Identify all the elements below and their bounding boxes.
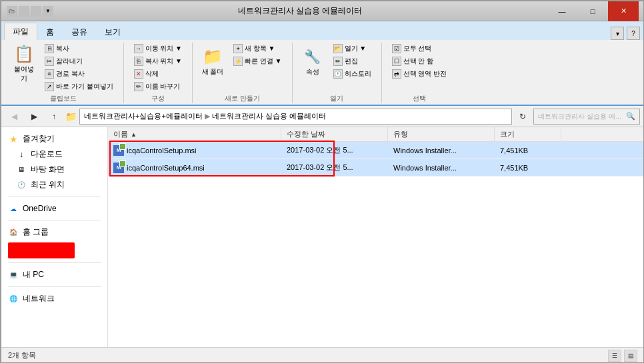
close-button[interactable]: ✕ <box>608 1 639 21</box>
view-toggle: ☰ ▤ <box>608 350 637 362</box>
msi-icon: M <box>113 145 124 156</box>
help-button[interactable]: ? <box>627 27 640 40</box>
sidebar: ★ 즐겨찾기 ↓ 다운로드 🖥 바탕 화면 🕐 최근 위치 ☁ OneDrive <box>1 127 108 356</box>
homegroup-icon: 🏠 <box>8 227 19 238</box>
sidebar-divider-1 <box>8 196 101 197</box>
paste-button[interactable]: 📋 붙여넣기 <box>9 43 39 85</box>
new-item-icon: + <box>233 44 243 53</box>
forward-button[interactable]: ▶ <box>25 109 43 125</box>
desktop-icon: 🖥 <box>16 165 27 175</box>
sidebar-item-favorites[interactable]: ★ 즐겨찾기 <box>1 131 107 147</box>
download-icon: ↓ <box>16 149 27 160</box>
rename-button[interactable]: ✏ 이름 바꾸기 <box>131 81 185 93</box>
move-icon: → <box>134 44 143 53</box>
copy-button[interactable]: ⎘ 복사 <box>41 43 117 55</box>
move-button[interactable]: → 이동 위치 ▼ <box>131 43 185 55</box>
ribbon-content: 📋 붙여넣기 ⎘ 복사 ✂ 잘라내기 ≡ 경로 복사 <box>1 40 644 106</box>
delete-icon: ✕ <box>134 69 143 79</box>
details-view-button[interactable]: ▤ <box>624 350 637 362</box>
organize-label: 구성 <box>129 93 187 103</box>
scissors-icon: ✂ <box>45 57 54 66</box>
window-title: 네트워크관리사 실습용 에뮬레이터 <box>53 5 547 17</box>
file-row[interactable]: M icqaControlSetup64.msi 2017-03-02 오전 5… <box>108 159 644 177</box>
edit-button[interactable]: ✏ 편집 <box>330 55 375 67</box>
new-item-button[interactable]: + 새 항목 ▼ <box>230 43 285 55</box>
sidebar-divider-2 <box>8 220 101 220</box>
sidebar-item-desktop[interactable]: 🖥 바탕 화면 <box>1 162 107 177</box>
history-icon: 🕐 <box>333 69 343 79</box>
sidebar-item-network[interactable]: 🌐 네트워크 <box>1 291 107 306</box>
open-button[interactable]: 📂 열기 ▼ <box>330 43 375 55</box>
invert-icon: ⇄ <box>392 69 401 79</box>
minimize-button[interactable]: — <box>547 1 577 21</box>
select-none-button[interactable]: ☐ 선택 안 함 <box>389 55 451 67</box>
copy-icon: ⎘ <box>45 44 54 53</box>
copy-to-button[interactable]: ⎘ 복사 위치 ▼ <box>131 55 185 67</box>
maximize-button[interactable]: □ <box>577 1 608 21</box>
paste-shortcut-button[interactable]: ↗ 바로 가기 붙여넣기 <box>41 81 117 93</box>
history-button[interactable]: 🕐 히스토리 <box>330 68 375 80</box>
new-folder-icon: 📁 <box>203 47 222 66</box>
col-header-date[interactable]: 수정한 날짜 <box>281 127 388 141</box>
select-group: ☑ 모두 선택 ☐ 선택 안 함 ⇄ 선택 영역 반전 선택 <box>382 43 457 103</box>
open-icon: 📂 <box>333 44 343 53</box>
recent-icon: 🕐 <box>16 180 27 190</box>
file-size-cell: 7,451KB <box>495 159 561 176</box>
sidebar-item-homegroup[interactable]: 🏠 홈 그룹 <box>1 224 107 240</box>
sidebar-item-mypc[interactable]: 💻 내 PC <box>1 267 107 282</box>
search-icon: 🔍 <box>626 112 635 121</box>
file-row[interactable]: M icqaControlSetup.msi 2017-03-02 오전 5..… <box>108 142 644 159</box>
title-bar: 🗁 ▼ 네트워크관리사 실습용 에뮬레이터 — □ ✕ <box>1 1 644 21</box>
col-header-size[interactable]: 크기 <box>495 127 561 141</box>
sidebar-item-downloads[interactable]: ↓ 다운로드 <box>1 147 107 162</box>
delete-button[interactable]: ✕ 삭제 <box>131 68 185 80</box>
sidebar-item-onedrive[interactable]: ☁ OneDrive <box>1 201 107 216</box>
select-all-button[interactable]: ☑ 모두 선택 <box>389 43 451 55</box>
ribbon-minimize-btn[interactable]: ▾ <box>611 27 624 40</box>
quick-access-icon: ⚡ <box>233 57 243 66</box>
status-item-count: 2개 항목 <box>8 350 36 360</box>
open-group: 🔧 속성 📂 열기 ▼ ✏ 편집 🕐 히스토리 <box>293 43 382 103</box>
tab-file[interactable]: 파일 <box>4 23 37 40</box>
cut-button[interactable]: ✂ 잘라내기 <box>41 55 117 67</box>
select-none-icon: ☐ <box>392 57 401 66</box>
copy-path-button[interactable]: ≡ 경로 복사 <box>41 68 117 80</box>
title-bar-left: 🗁 ▼ <box>7 6 53 17</box>
quick-access-button[interactable]: ⚡ 빠른 연결 ▼ <box>230 55 285 67</box>
tab-home[interactable]: 홈 <box>37 24 63 40</box>
tab-share[interactable]: 공유 <box>63 24 96 40</box>
new-folder-button[interactable]: 📁 새 폴더 <box>198 43 227 81</box>
up-button[interactable]: ↑ <box>45 109 63 125</box>
title-icon-1: 🗁 <box>7 6 17 17</box>
tab-view[interactable]: 보기 <box>96 24 129 40</box>
file-name-cell: M icqaControlSetup.msi <box>108 142 281 159</box>
properties-button[interactable]: 🔧 속성 <box>298 43 327 81</box>
main-area: ★ 즐겨찾기 ↓ 다운로드 🖥 바탕 화면 🕐 최근 위치 ☁ OneDrive <box>1 127 644 356</box>
invert-selection-button[interactable]: ⇄ 선택 영역 반전 <box>389 68 451 80</box>
ribbon-tab-bar: 파일 홈 공유 보기 ▾ ? <box>1 21 644 40</box>
onedrive-icon: ☁ <box>8 203 19 214</box>
properties-icon: 🔧 <box>303 47 322 66</box>
file-date-cell: 2017-03-02 오전 5... <box>281 142 388 159</box>
window-controls: — □ ✕ <box>547 1 639 21</box>
title-icon-3 <box>31 6 41 17</box>
file-size-cell: 7,451KB <box>495 142 561 159</box>
back-button[interactable]: ◀ <box>5 109 23 125</box>
search-box[interactable]: 네트워크관리사 실습용 에뮬... 🔍 <box>533 109 640 125</box>
star-icon: ★ <box>8 134 19 145</box>
copy-path-icon: ≡ <box>45 69 54 79</box>
open-label: 열기 <box>298 93 376 103</box>
select-all-icon: ☑ <box>392 44 401 53</box>
status-bar: 2개 항목 ☰ ▤ <box>1 347 644 363</box>
list-view-button[interactable]: ☰ <box>608 350 621 362</box>
location-icon: 📁 <box>65 111 77 122</box>
col-header-name[interactable]: 이름 ▲ <box>108 127 281 141</box>
breadcrumb[interactable]: 네트워크관리사+실습용+에뮬레이터 ▶ 네트워크관리사 실습용 에뮬레이터 <box>79 109 512 125</box>
sidebar-item-recent[interactable]: 🕐 최근 위치 <box>1 177 107 192</box>
computer-icon: 💻 <box>8 270 19 280</box>
clipboard-label: 클립보드 <box>9 93 118 103</box>
col-header-type[interactable]: 유형 <box>388 127 495 141</box>
refresh-button[interactable]: ↻ <box>515 109 531 125</box>
file-list-header: 이름 ▲ 수정한 날짜 유형 크기 <box>108 127 644 142</box>
select-label: 선택 <box>387 93 452 103</box>
